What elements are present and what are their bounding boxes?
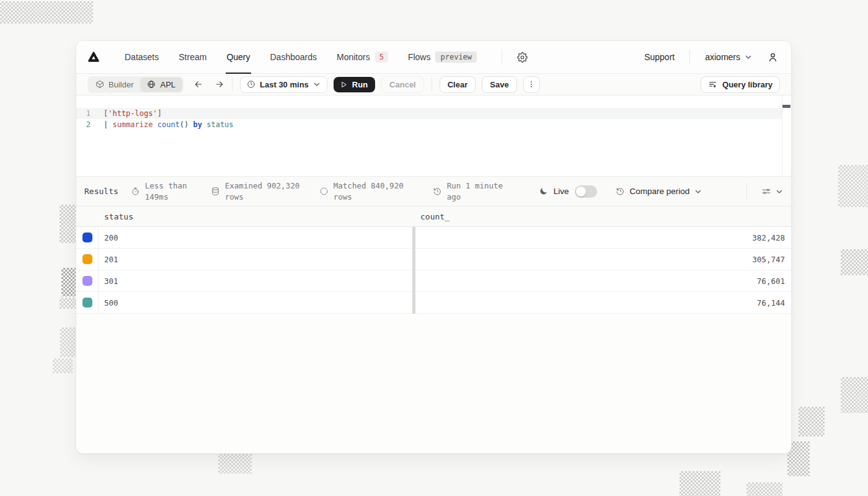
app-window: Datasets Stream Query Dashboards Monitor… <box>76 40 792 454</box>
save-button[interactable]: Save <box>482 76 516 93</box>
dither-pattern <box>680 471 720 496</box>
table-row[interactable]: 200382,428 <box>76 227 791 249</box>
dither-pattern <box>60 298 76 309</box>
clear-button[interactable]: Clear <box>440 76 476 93</box>
last-run-stat: Run 1 minute ago <box>433 180 512 203</box>
run-button[interactable]: Run <box>334 77 375 92</box>
list-arrow-icon <box>708 80 717 89</box>
series-color-swatch <box>82 254 92 264</box>
chevron-down-icon <box>745 53 752 61</box>
builder-mode-button[interactable]: Builder <box>89 78 140 92</box>
code-line[interactable]: 1['http-logs'] <box>76 108 782 119</box>
series-color-swatch <box>82 298 92 308</box>
table-row[interactable]: 30176,601 <box>76 270 791 292</box>
column-header-count[interactable]: count_ <box>415 212 791 221</box>
time-range-value: Last 30 mins <box>260 80 309 89</box>
count-cell: 76,601 <box>415 270 791 292</box>
tab-dashboards[interactable]: Dashboards <box>260 41 327 73</box>
toggle-knob <box>576 187 586 197</box>
editor-scrollbar-thumb[interactable] <box>782 105 790 108</box>
cancel-button[interactable]: Cancel <box>381 76 424 93</box>
tab-flows[interactable]: Flows preview <box>398 41 487 73</box>
tab-monitors[interactable]: Monitors 5 <box>327 41 398 73</box>
preview-badge: preview <box>435 51 477 63</box>
code-token: status <box>206 120 233 129</box>
stopwatch-icon <box>131 187 140 196</box>
query-library-button[interactable]: Query library <box>701 76 780 93</box>
nav-divider <box>689 50 690 64</box>
tab-label: Datasets <box>125 52 159 62</box>
apl-code-editor[interactable]: 1['http-logs']2| summarize count() by st… <box>76 95 791 176</box>
back-arrow-icon[interactable] <box>193 79 203 89</box>
dither-pattern <box>60 205 76 243</box>
tab-query[interactable]: Query <box>216 41 260 73</box>
dither-pattern <box>60 327 76 357</box>
dither-pattern <box>838 165 868 207</box>
database-icon <box>211 187 220 196</box>
code-text: ['http-logs'] <box>104 109 162 118</box>
table-row[interactable]: 201305,747 <box>76 249 791 270</box>
nav-tabs: Datasets Stream Query Dashboards Monitor… <box>115 41 487 73</box>
results-table-header: status count_ <box>76 206 791 227</box>
account-person-icon[interactable] <box>767 51 779 63</box>
tab-datasets[interactable]: Datasets <box>115 41 169 73</box>
table-empty-area <box>76 314 791 453</box>
results-divider <box>746 184 747 200</box>
count-cell: 305,747 <box>415 249 791 270</box>
code-token: () <box>180 120 193 129</box>
status-cell: 301 <box>99 270 412 292</box>
compare-period-dropdown[interactable]: Compare period <box>616 187 702 196</box>
dither-pattern <box>841 377 868 413</box>
org-switcher[interactable]: axiomers <box>705 52 752 62</box>
tab-label: Monitors <box>337 52 370 62</box>
last-run-value: Run 1 minute ago <box>447 180 512 203</box>
live-label: Live <box>554 187 569 196</box>
dither-pattern <box>799 407 825 436</box>
status-cell: 201 <box>99 249 412 270</box>
count-cell: 76,144 <box>415 292 791 314</box>
code-token: by <box>193 120 207 129</box>
history-arrows <box>193 79 224 89</box>
forward-arrow-icon[interactable] <box>215 79 224 89</box>
live-toggle[interactable] <box>575 185 597 198</box>
code-line[interactable]: 2| summarize count() by status <box>76 119 791 130</box>
tab-label: Stream <box>179 52 206 62</box>
cube-icon <box>95 80 104 89</box>
globe-icon <box>147 80 156 89</box>
top-navigation: Datasets Stream Query Dashboards Monitor… <box>76 41 791 74</box>
line-number: 1 <box>76 109 91 118</box>
line-number: 2 <box>76 120 91 129</box>
table-row[interactable]: 50076,144 <box>76 292 791 314</box>
series-color-swatch <box>82 232 92 242</box>
matched-value: Matched 840,920 rows <box>334 180 409 203</box>
series-color-swatch <box>82 276 92 286</box>
apl-mode-button[interactable]: APL <box>140 78 182 92</box>
compare-period-label: Compare period <box>630 187 690 196</box>
history-icon <box>433 187 442 196</box>
org-name: axiomers <box>705 52 740 62</box>
results-title: Results <box>84 187 118 196</box>
code-text: | summarize count() by status <box>104 120 234 129</box>
matched-stat: Matched 840,920 rows <box>319 180 409 203</box>
settings-gear-icon[interactable] <box>517 41 528 73</box>
column-header-status[interactable]: status <box>99 212 412 221</box>
sliders-icon <box>761 187 772 197</box>
swatch-cell <box>76 249 99 270</box>
query-library-label: Query library <box>722 80 773 89</box>
elapsed-value: Less than 149ms <box>145 180 190 203</box>
history-icon <box>616 187 625 196</box>
tab-label: Flows <box>408 52 431 62</box>
tab-stream[interactable]: Stream <box>169 41 216 73</box>
axiom-logo[interactable] <box>87 41 100 73</box>
kebab-icon <box>527 80 536 89</box>
code-lines: 1['http-logs']2| summarize count() by st… <box>76 108 791 130</box>
monitors-count-badge: 5 <box>375 51 388 63</box>
status-cell: 200 <box>99 227 412 249</box>
dither-pattern <box>841 249 868 275</box>
more-options-button[interactable] <box>523 76 540 93</box>
dither-pattern <box>0 1 93 24</box>
view-options-dropdown[interactable] <box>746 184 783 200</box>
count-cell: 382,428 <box>415 227 791 249</box>
support-link[interactable]: Support <box>644 52 675 62</box>
time-range-dropdown[interactable]: Last 30 mins <box>240 76 327 93</box>
